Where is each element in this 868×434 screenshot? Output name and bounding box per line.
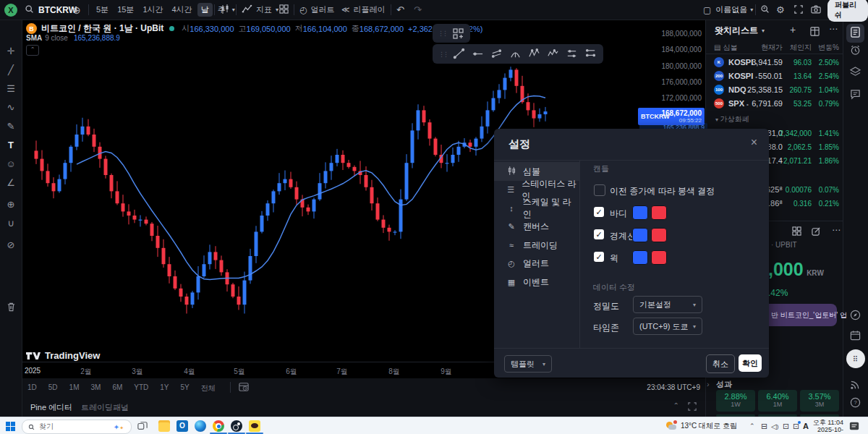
interval-1시간[interactable]: 1시간 [139,3,166,17]
ideas-tab-icon[interactable] [843,310,868,323]
range-1D[interactable]: 1D [27,383,37,393]
layout-button[interactable]: ▢ 이름없음 ▾ [703,0,753,20]
xabcd-pattern-icon[interactable] [524,48,543,60]
up-color-swatch[interactable] [632,205,648,220]
magnet-icon[interactable]: ∪ [0,218,22,229]
ok-button[interactable]: 확인 [739,354,762,372]
up-color-swatch[interactable] [632,250,648,265]
notification-center-button[interactable] [849,417,859,434]
replay-button[interactable]: ≪ 리플레이 [341,0,386,20]
task-view-button[interactable] [137,417,148,434]
trend-line-icon[interactable]: ╱ [0,64,22,75]
performance-cell[interactable]: 3.57%3M [800,390,839,412]
cancel-button[interactable]: 취소 [706,354,735,373]
clock-widget[interactable]: 오후 11:04 2025-10-26 [812,419,843,433]
settings-button[interactable]: ⚙ [776,0,785,20]
dialog-tab-이벤트[interactable]: ▦이벤트 [494,273,579,292]
chrome-icon[interactable] [213,417,224,434]
multichart-layout-button[interactable] [279,0,289,20]
watchlist-row[interactable]: 500SPX•6,791.6953.250.79% [705,97,843,111]
parallel-channel-icon[interactable] [487,48,506,60]
kakaotalk-icon[interactable] [249,417,260,434]
watchlist-grid-button[interactable] [810,26,820,39]
prev-close-checkbox[interactable] [594,184,605,196]
symbol-legend[interactable]: B 비트코인 / 한국 원 · 1날 · UpBit 시 166,330,000… [26,22,482,35]
symbol-search-button[interactable]: BTCKRW [25,0,77,20]
dialpad-icon[interactable]: ⠿ [843,349,868,368]
watchlist-tab-icon[interactable] [846,24,864,43]
performance-cell[interactable]: 6.40%1M [758,390,797,412]
drag-handle-icon[interactable]: ⋮⋮ [435,30,448,37]
steam-icon[interactable] [231,417,242,434]
hide-icon[interactable]: ⊘ [0,239,22,250]
interval-15분[interactable]: 15분 [114,3,137,17]
close-icon[interactable]: × [751,136,757,149]
compare-add-button[interactable]: ⊕ [72,0,81,20]
alert-button[interactable]: ◴ 얼러트 [299,0,334,20]
cursor-icon[interactable]: ✛ [0,46,22,56]
watchlist-header[interactable]: 왓치리스트 ▾ [715,25,765,37]
horizontal-ray-icon[interactable] [468,48,487,60]
emoji-icon[interactable]: ☺ [0,158,22,169]
publish-button[interactable]: 퍼블리쉬 [827,0,868,20]
sma-legend[interactable]: SMA 9 close 165,236,888.9 [26,34,120,42]
timezone-select[interactable]: (UTC+9) 도쿄 ▾ [633,318,702,335]
panel-collapse-arrow[interactable]: › [707,380,710,388]
speaker-tray-icon[interactable]: ◁) [771,417,778,434]
ruler-icon[interactable]: ∠ [0,177,22,188]
calendar-tab-icon[interactable] [843,330,868,343]
watchlist-column-header[interactable]: ▤심볼 현재가 체인지 변동% [705,41,843,54]
range-3M[interactable]: 3M [91,383,101,393]
pitchfork-icon[interactable] [506,48,524,60]
projection-icon[interactable] [581,48,600,60]
chart-style-button[interactable] [220,0,230,20]
fullscreen-button[interactable] [794,0,803,20]
dialog-tab-스케일 및 라인[interactable]: ↕스케일 및 라인 [494,199,579,218]
chevron-down-icon[interactable]: ▾ [232,7,235,13]
grid-add-icon[interactable] [448,28,467,39]
detail-more-button[interactable]: ⋯ [832,225,841,235]
tradingview-logo[interactable]: TradingView [26,350,100,361]
undo-button[interactable]: ↶ [396,0,404,20]
윅-checkbox[interactable]: ✓ [594,252,604,262]
quick-search-button[interactable] [760,0,770,20]
widget-mini-toolbar[interactable]: ⋮⋮ [433,24,470,43]
brush-icon[interactable]: ✎ [0,121,22,132]
range-YTD[interactable]: YTD [134,383,148,393]
cycle-lines-icon[interactable] [562,48,581,60]
alerts-tab-icon[interactable] [843,45,868,58]
fib-retracement-icon[interactable]: ☰ [0,83,22,94]
file-explorer-icon[interactable] [158,417,170,434]
interval-날[interactable]: 날 [197,3,213,17]
range-5Y[interactable]: 5Y [181,383,190,393]
interval-4시간[interactable]: 4시간 [169,3,196,17]
chat-tab-icon[interactable] [843,89,868,102]
crypto-section-header[interactable]: ▾ 가상화폐 [715,114,749,124]
바디-checkbox[interactable]: ✓ [594,207,604,217]
text-icon[interactable]: T [0,140,22,150]
watchlist-row[interactable]: 100NDQ•25,358.15260.751.04% [705,83,843,97]
precision-select[interactable]: 기본설정 ▾ [633,296,702,313]
zoom-in-icon[interactable]: ⊕ [0,199,22,210]
help-icon[interactable]: ? [843,397,868,410]
favorites-drawing-toolbar[interactable]: ⋮⋮ [433,44,603,64]
watchlist-row[interactable]: 200KOSPI•550.0113.642.54% [705,69,843,83]
detail-grid-button[interactable] [792,226,801,239]
cast-tray-icon[interactable]: ⊟ [761,417,767,434]
dialog-tab-캔버스[interactable]: ✎캔버스 [494,218,579,237]
tab-pine-editor[interactable]: Pine 에디터 [30,402,72,413]
interval-5분[interactable]: 5분 [93,3,112,17]
trash-icon[interactable] [0,302,22,314]
detail-edit-button[interactable] [812,226,821,239]
range-1M[interactable]: 1M [69,383,80,393]
elliott-wave-icon[interactable] [543,48,562,60]
account-avatar[interactable]: X [4,0,17,20]
down-color-swatch[interactable] [651,228,667,242]
down-color-swatch[interactable] [651,205,667,220]
monitor-tray-icon[interactable]: ⊡ [793,417,799,434]
pattern-icon[interactable]: ∿ [0,102,22,113]
watchlist-row[interactable]: KKOSPI•3,941.5996.032.50% [705,56,843,69]
panel-expand-icon[interactable]: ⌃ [673,401,679,409]
trend-line-icon[interactable] [449,48,468,60]
up-color-swatch[interactable] [632,228,648,242]
